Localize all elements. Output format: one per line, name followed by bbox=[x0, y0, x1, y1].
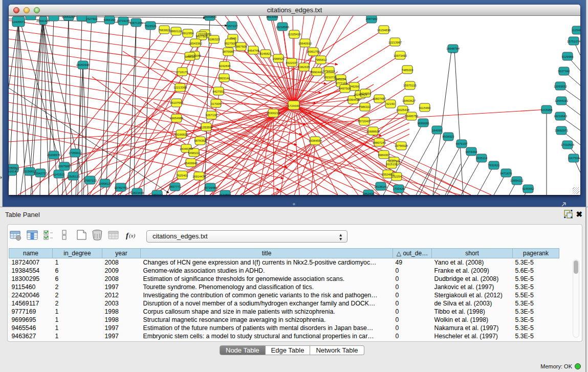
svg-text:9657771: 9657771 bbox=[169, 185, 181, 188]
svg-text:20364436: 20364436 bbox=[346, 98, 360, 101]
svg-text:1167534: 1167534 bbox=[568, 157, 580, 160]
svg-text:15716485: 15716485 bbox=[204, 186, 217, 189]
svg-text:1733426: 1733426 bbox=[393, 187, 405, 190]
svg-text:1724049: 1724049 bbox=[288, 104, 300, 107]
svg-text:2546: 2546 bbox=[229, 37, 236, 40]
svg-text:62160: 62160 bbox=[386, 102, 395, 105]
svg-text:1141513: 1141513 bbox=[53, 173, 65, 176]
svg-text:9146821: 9146821 bbox=[260, 52, 272, 55]
svg-text:12405571: 12405571 bbox=[12, 20, 25, 24]
svg-text:10719155: 10719155 bbox=[117, 19, 130, 23]
svg-text:164095: 164095 bbox=[432, 129, 442, 132]
svg-text:20975887: 20975887 bbox=[58, 165, 71, 168]
svg-text:3875685: 3875685 bbox=[223, 50, 235, 53]
svg-text:7663822: 7663822 bbox=[159, 29, 170, 32]
svg-text:9777169: 9777169 bbox=[336, 82, 347, 85]
svg-text:7625402: 7625402 bbox=[177, 174, 188, 177]
svg-text:15640910: 15640910 bbox=[298, 42, 312, 45]
svg-text:17359912: 17359912 bbox=[69, 151, 82, 155]
svg-text:9984067: 9984067 bbox=[378, 154, 390, 157]
svg-text:16210643: 16210643 bbox=[554, 115, 568, 118]
svg-text:15720407: 15720407 bbox=[358, 120, 371, 123]
svg-text:5878352: 5878352 bbox=[194, 139, 206, 142]
svg-text:19166825: 19166825 bbox=[175, 133, 188, 136]
svg-text:3267130: 3267130 bbox=[206, 114, 218, 117]
svg-text:1527602: 1527602 bbox=[86, 17, 98, 20]
svg-text:16046788: 16046788 bbox=[180, 147, 193, 150]
svg-text:7986322: 7986322 bbox=[359, 105, 371, 108]
svg-text:3215958: 3215958 bbox=[541, 108, 553, 112]
svg-text:15751074: 15751074 bbox=[567, 40, 580, 43]
svg-text:1115488: 1115488 bbox=[572, 29, 580, 32]
svg-text:9245652: 9245652 bbox=[522, 187, 534, 190]
svg-text:8454749: 8454749 bbox=[248, 49, 259, 52]
svg-text:10807487: 10807487 bbox=[373, 97, 386, 100]
svg-text:16648784: 16648784 bbox=[446, 47, 460, 50]
svg-text:9474444: 9474444 bbox=[466, 150, 478, 154]
svg-text:28053346: 28053346 bbox=[76, 63, 90, 67]
svg-text:12444191: 12444191 bbox=[555, 99, 568, 102]
svg-text:2867608: 2867608 bbox=[235, 45, 248, 48]
svg-text:945154: 945154 bbox=[336, 78, 346, 81]
svg-text:16961758: 16961758 bbox=[307, 50, 320, 53]
svg-text:8938923: 8938923 bbox=[443, 135, 455, 138]
svg-text:19495758: 19495758 bbox=[405, 115, 419, 118]
svg-text:2718176: 2718176 bbox=[177, 71, 189, 74]
svg-text:10671355: 10671355 bbox=[129, 21, 143, 25]
svg-text:19384554: 19384554 bbox=[309, 139, 322, 142]
svg-text:1615132: 1615132 bbox=[386, 163, 398, 166]
svg-text:14136141: 14136141 bbox=[374, 185, 387, 188]
svg-text:18807249: 18807249 bbox=[373, 141, 386, 144]
svg-text:317006: 317006 bbox=[211, 102, 221, 105]
svg-text:19463627: 19463627 bbox=[402, 99, 416, 102]
svg-text:7632621: 7632621 bbox=[488, 164, 500, 167]
svg-text:15692971: 15692971 bbox=[555, 129, 568, 132]
svg-text:5498222: 5498222 bbox=[188, 151, 200, 155]
svg-text:20206576: 20206576 bbox=[47, 154, 61, 157]
svg-text:10033809: 10033809 bbox=[203, 16, 216, 18]
svg-text:989012: 989012 bbox=[185, 55, 195, 58]
svg-text:25300219: 25300219 bbox=[267, 112, 280, 115]
svg-text:1093444: 1093444 bbox=[151, 193, 164, 195]
svg-text:9699695: 9699695 bbox=[418, 122, 430, 125]
svg-text:1362635: 1362635 bbox=[298, 65, 311, 69]
svg-text:16914479: 16914479 bbox=[192, 175, 206, 178]
svg-text:1624554: 1624554 bbox=[360, 92, 372, 95]
svg-text:17010504: 17010504 bbox=[561, 143, 575, 146]
svg-text:15409948: 15409948 bbox=[184, 162, 198, 165]
svg-text:7955812: 7955812 bbox=[315, 58, 327, 61]
svg-text:16107553: 16107553 bbox=[170, 101, 184, 104]
svg-text:10973493: 10973493 bbox=[394, 54, 407, 57]
svg-text:7515526: 7515526 bbox=[145, 25, 157, 28]
svg-text:(x): (x) bbox=[129, 232, 136, 239]
svg-text:10653267: 10653267 bbox=[62, 16, 75, 18]
svg-text:18210721: 18210721 bbox=[323, 76, 337, 79]
svg-text:15975115: 15975115 bbox=[403, 84, 417, 87]
svg-text:19654985: 19654985 bbox=[170, 117, 184, 120]
svg-text:1588520: 1588520 bbox=[273, 57, 285, 60]
svg-text:11325419: 11325419 bbox=[288, 33, 301, 36]
svg-text:6479197: 6479197 bbox=[456, 142, 468, 145]
svg-text:9827505: 9827505 bbox=[196, 35, 208, 38]
svg-text:19756928: 19756928 bbox=[395, 144, 408, 147]
svg-text:6497508: 6497508 bbox=[339, 87, 352, 90]
svg-text:2803144: 2803144 bbox=[219, 77, 231, 80]
svg-text:391614: 391614 bbox=[9, 170, 17, 173]
svg-text:9134590: 9134590 bbox=[220, 193, 232, 195]
svg-text:9242848: 9242848 bbox=[219, 64, 231, 68]
svg-text:8322037: 8322037 bbox=[286, 61, 298, 64]
svg-text:10782759: 10782759 bbox=[114, 186, 127, 189]
svg-text:8990443: 8990443 bbox=[311, 71, 323, 74]
svg-text:20691406: 20691406 bbox=[36, 19, 50, 23]
svg-text:12505125: 12505125 bbox=[67, 175, 80, 178]
svg-text:9129966: 9129966 bbox=[562, 55, 574, 58]
svg-text:12213369: 12213369 bbox=[173, 86, 187, 89]
svg-text:10025438: 10025438 bbox=[396, 108, 410, 112]
svg-text:252254: 252254 bbox=[391, 175, 402, 178]
svg-text:7485003: 7485003 bbox=[402, 69, 414, 72]
svg-text:9115460: 9115460 bbox=[419, 106, 431, 110]
svg-text:2087682: 2087682 bbox=[366, 17, 378, 20]
svg-text:12093832: 12093832 bbox=[554, 85, 567, 88]
svg-text:7357227: 7357227 bbox=[226, 25, 238, 28]
svg-text:2935114: 2935114 bbox=[476, 157, 488, 160]
